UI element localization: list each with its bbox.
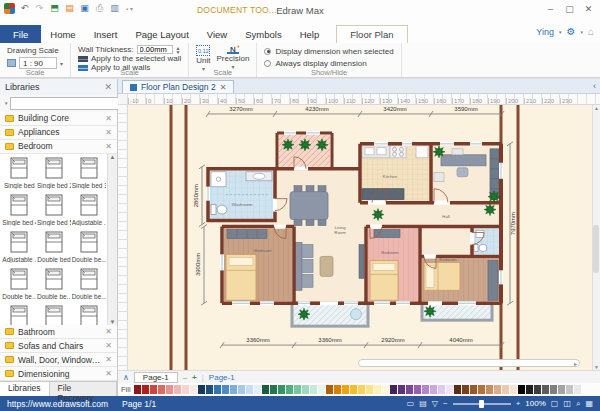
palette-swatch[interactable]: [478, 385, 485, 394]
palette-swatch[interactable]: [566, 385, 573, 394]
library-group-wall-door-window[interactable]: Wall, Door, Window and Structure ✕: [0, 353, 117, 367]
library-symbol[interactable]: Adjustable ...: [2, 230, 37, 267]
palette-swatch[interactable]: [374, 385, 381, 394]
apply-selected-wall-button[interactable]: Apply to the selected wall: [91, 54, 181, 63]
palette-swatch[interactable]: [542, 385, 549, 394]
library-symbol[interactable]: [37, 304, 72, 325]
menu-insert[interactable]: Insert: [85, 25, 127, 43]
zoom-out-icon[interactable]: −: [443, 399, 448, 408]
page-tab[interactable]: Page-1: [134, 372, 178, 383]
palette-swatch[interactable]: [190, 385, 197, 394]
group-close-icon[interactable]: ✕: [105, 327, 112, 336]
radio-always-display[interactable]: [264, 60, 271, 67]
palette-swatch[interactable]: [550, 385, 557, 394]
palette-swatch[interactable]: [198, 385, 205, 394]
palette-swatch[interactable]: [366, 385, 373, 394]
fullscreen-icon[interactable]: ▦: [585, 399, 593, 408]
palette-swatch[interactable]: [486, 385, 493, 394]
minimize-button[interactable]: –: [541, 2, 560, 17]
palette-swatch[interactable]: [334, 385, 341, 394]
palette-swatch[interactable]: [342, 385, 349, 394]
palette-swatch[interactable]: [462, 385, 469, 394]
library-symbol[interactable]: Double be...: [37, 267, 72, 304]
panel-scrollbar[interactable]: ▲▼: [107, 154, 117, 325]
palette-swatch[interactable]: [494, 385, 501, 394]
palette-swatch[interactable]: [318, 385, 325, 394]
menu-home[interactable]: Home: [41, 25, 84, 43]
library-symbol[interactable]: Double be...: [2, 267, 37, 304]
palette-swatch[interactable]: [446, 385, 453, 394]
library-group-appliances[interactable]: Appliances ✕: [0, 126, 117, 140]
palette-swatch[interactable]: [382, 385, 389, 394]
palette-swatch[interactable]: [502, 385, 509, 394]
menu-page-layout[interactable]: Page Layout: [126, 25, 197, 43]
document-tab-close-icon[interactable]: ✕: [220, 83, 227, 92]
panel-tab-libraries[interactable]: Libraries: [0, 382, 50, 396]
palette-swatch[interactable]: [534, 385, 541, 394]
library-symbol[interactable]: Single bed 3: [71, 156, 106, 193]
group-close-icon[interactable]: ✕: [105, 355, 112, 364]
zoom-in-icon[interactable]: +: [516, 399, 521, 408]
precision-button[interactable]: N+ Precision ▾: [217, 45, 250, 68]
library-symbol[interactable]: Adjustable ...: [71, 193, 106, 230]
menu-file[interactable]: File: [0, 25, 41, 43]
palette-swatch[interactable]: [398, 385, 405, 394]
palette-swatch[interactable]: [142, 385, 149, 394]
radio-display-when-selected[interactable]: [264, 48, 271, 55]
gear-caret-icon[interactable]: ▾: [580, 29, 583, 35]
menu-view[interactable]: View: [198, 25, 236, 43]
palette-swatch[interactable]: [166, 385, 173, 394]
palette-swatch[interactable]: [526, 385, 533, 394]
collapse-panel-icon[interactable]: ∧: [123, 373, 129, 382]
palette-swatch[interactable]: [134, 385, 141, 394]
libraries-close-icon[interactable]: ✕: [104, 82, 112, 92]
menu-help[interactable]: Help: [291, 25, 329, 43]
tab-floor-plan[interactable]: Floor Plan: [336, 25, 407, 43]
normal-view-icon[interactable]: ▭: [407, 399, 415, 408]
read-mode-icon[interactable]: ▤: [419, 399, 427, 408]
library-group-sofas[interactable]: Sofas and Chairs ✕: [0, 339, 117, 353]
zoom-level[interactable]: 100%: [525, 399, 545, 408]
menu-symbols[interactable]: Symbols: [236, 25, 290, 43]
library-symbol[interactable]: Single bed 2: [37, 156, 72, 193]
user-name[interactable]: Ying: [536, 27, 554, 37]
palette-swatch[interactable]: [390, 385, 397, 394]
palette-swatch[interactable]: [150, 385, 157, 394]
palette-swatch[interactable]: [438, 385, 445, 394]
palette-swatch[interactable]: [262, 385, 269, 394]
library-group-bedroom[interactable]: Bedroom ✕: [0, 140, 117, 154]
magnifier-icon[interactable]: ⌕: [576, 399, 580, 409]
palette-swatch[interactable]: [406, 385, 413, 394]
library-symbol[interactable]: Double be...: [71, 267, 106, 304]
palette-swatch[interactable]: [358, 385, 365, 394]
palette-swatch[interactable]: [310, 385, 317, 394]
palette-swatch[interactable]: [558, 385, 565, 394]
palette-swatch[interactable]: [414, 385, 421, 394]
palette-swatch[interactable]: [278, 385, 285, 394]
palette-swatch[interactable]: [350, 385, 357, 394]
palette-swatch[interactable]: [574, 385, 581, 394]
wall-thickness-spinner[interactable]: ▲▼: [176, 46, 181, 54]
horizontal-scrollbar[interactable]: ▸: [358, 359, 580, 367]
palette-swatch[interactable]: [174, 385, 181, 394]
zoom-slider[interactable]: [453, 403, 511, 405]
palette-swatch[interactable]: [518, 385, 525, 394]
drawing-page[interactable]: 3270mm 4230mm 3420mm 3590mm 3360mm 3360m…: [128, 105, 592, 370]
palette-swatch[interactable]: [302, 385, 309, 394]
palette-swatch[interactable]: [206, 385, 213, 394]
palette-swatch[interactable]: [422, 385, 429, 394]
palette-swatch[interactable]: [254, 385, 261, 394]
panel-tab-file-recovery[interactable]: File Recovery: [50, 382, 117, 396]
fit-page-icon[interactable]: ▢: [551, 399, 559, 408]
tab-scroll-left-icon[interactable]: ‹: [593, 81, 596, 91]
home-icon[interactable]: ⌂: [588, 26, 594, 37]
fit-width-icon[interactable]: ◫: [563, 399, 571, 408]
page-tab-menu-icon[interactable]: –: [183, 373, 187, 382]
library-symbol[interactable]: Double bed: [37, 230, 72, 267]
palette-swatch[interactable]: [294, 385, 301, 394]
library-group-bathroom[interactable]: Bathroom ✕: [0, 325, 117, 339]
palette-swatch[interactable]: [326, 385, 333, 394]
library-group-building-core[interactable]: Building Core ✕: [0, 112, 117, 126]
palette-swatch[interactable]: [430, 385, 437, 394]
drawing-scale-caret-icon[interactable]: ▾: [60, 60, 63, 67]
